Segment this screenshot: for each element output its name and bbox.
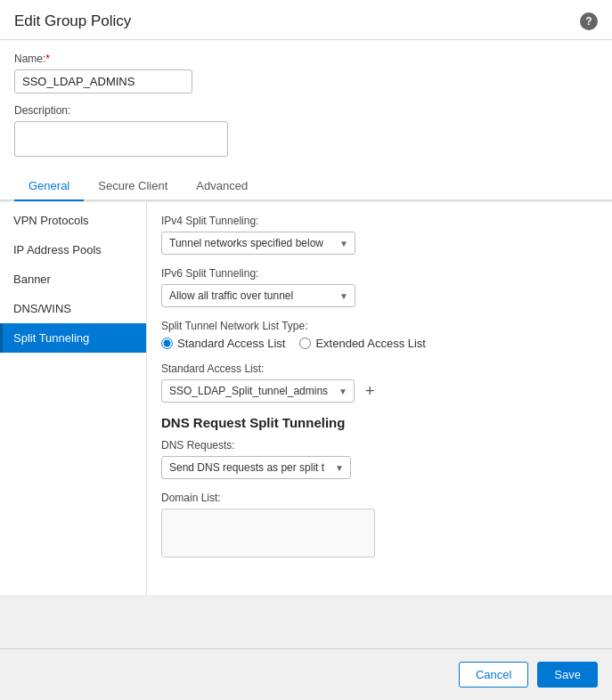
sidebar: VPN Protocols IP Address Pools Banner DN… — [0, 202, 147, 595]
name-label: Name:* — [14, 53, 598, 65]
description-field-group: Description: — [14, 104, 598, 159]
network-list-type-label: Split Tunnel Network List Type: — [161, 320, 598, 332]
dns-requests-select[interactable]: Send DNS requests as per split t Send al… — [161, 456, 351, 479]
tab-advanced[interactable]: Advanced — [182, 170, 262, 201]
name-field-group: Name:* — [14, 53, 598, 94]
ipv6-select[interactable]: Allow all traffic over tunnel Tunnel net… — [161, 284, 355, 307]
form-area: Name:* Description: — [0, 40, 612, 170]
radio-standard-option[interactable]: Standard Access List — [161, 337, 285, 350]
sidebar-item-vpn-protocols[interactable]: VPN Protocols — [0, 206, 146, 235]
lower-space — [0, 595, 612, 648]
standard-list-select[interactable]: SSO_LDAP_Split_tunnel_admins Other — [161, 379, 355, 403]
page-title: Edit Group Policy — [14, 12, 131, 30]
sidebar-item-dns-wins[interactable]: DNS/WINS — [0, 294, 146, 323]
domain-list-field: Domain List: — [161, 492, 598, 558]
ipv6-field: IPv6 Split Tunneling: Allow all traffic … — [161, 267, 598, 307]
footer-bar: Cancel Save — [0, 648, 612, 700]
network-list-type-field: Split Tunnel Network List Type: Standard… — [161, 320, 598, 350]
save-button[interactable]: Save — [537, 662, 598, 688]
ipv4-select-wrapper: Tunnel networks specified below Exclude … — [161, 232, 355, 255]
tab-secure-client[interactable]: Secure Client — [84, 170, 182, 201]
help-icon[interactable]: ? — [580, 12, 598, 30]
ipv6-label: IPv6 Split Tunneling: — [161, 267, 598, 280]
radio-extended-option[interactable]: Extended Access List — [299, 337, 426, 350]
domain-list-label: Domain List: — [161, 492, 598, 504]
standard-list-select-wrapper: SSO_LDAP_Split_tunnel_admins Other ▼ — [161, 379, 355, 403]
add-button[interactable]: + — [362, 381, 379, 401]
ipv6-select-wrapper: Allow all traffic over tunnel Tunnel net… — [161, 284, 355, 307]
sidebar-item-split-tunneling[interactable]: Split Tunneling — [0, 323, 146, 353]
standard-list-row: SSO_LDAP_Split_tunnel_admins Other ▼ + — [161, 379, 598, 403]
tabs-bar: General Secure Client Advanced — [0, 170, 612, 201]
radio-standard[interactable] — [161, 338, 173, 349]
ipv4-label: IPv4 Split Tunneling: — [161, 215, 598, 227]
description-label: Description: — [14, 104, 598, 117]
sidebar-item-ip-address-pools[interactable]: IP Address Pools — [0, 235, 146, 265]
main-content: VPN Protocols IP Address Pools Banner DN… — [0, 201, 612, 595]
radio-extended-label: Extended Access List — [315, 337, 426, 350]
radio-standard-label: Standard Access List — [177, 337, 285, 350]
ipv4-field: IPv4 Split Tunneling: Tunnel networks sp… — [161, 215, 598, 255]
page-header: Edit Group Policy ? — [0, 0, 612, 40]
ipv4-select[interactable]: Tunnel networks specified below Exclude … — [161, 232, 355, 255]
radio-group: Standard Access List Extended Access Lis… — [161, 337, 598, 350]
dns-section: DNS Request Split Tunneling DNS Requests… — [161, 415, 598, 479]
radio-extended[interactable] — [299, 338, 311, 349]
tab-general[interactable]: General — [14, 170, 84, 201]
dns-section-title: DNS Request Split Tunneling — [161, 415, 598, 430]
description-input[interactable] — [14, 121, 228, 157]
domain-list-area — [161, 509, 375, 558]
sidebar-item-banner[interactable]: Banner — [0, 265, 146, 294]
content-panel: IPv4 Split Tunneling: Tunnel networks sp… — [147, 202, 612, 595]
standard-list-field: Standard Access List: SSO_LDAP_Split_tun… — [161, 362, 598, 403]
cancel-button[interactable]: Cancel — [459, 662, 528, 688]
dns-requests-label: DNS Requests: — [161, 439, 598, 452]
name-input[interactable] — [14, 69, 192, 94]
standard-list-label: Standard Access List: — [161, 362, 598, 375]
dns-requests-select-wrapper: Send DNS requests as per split t Send al… — [161, 456, 351, 479]
